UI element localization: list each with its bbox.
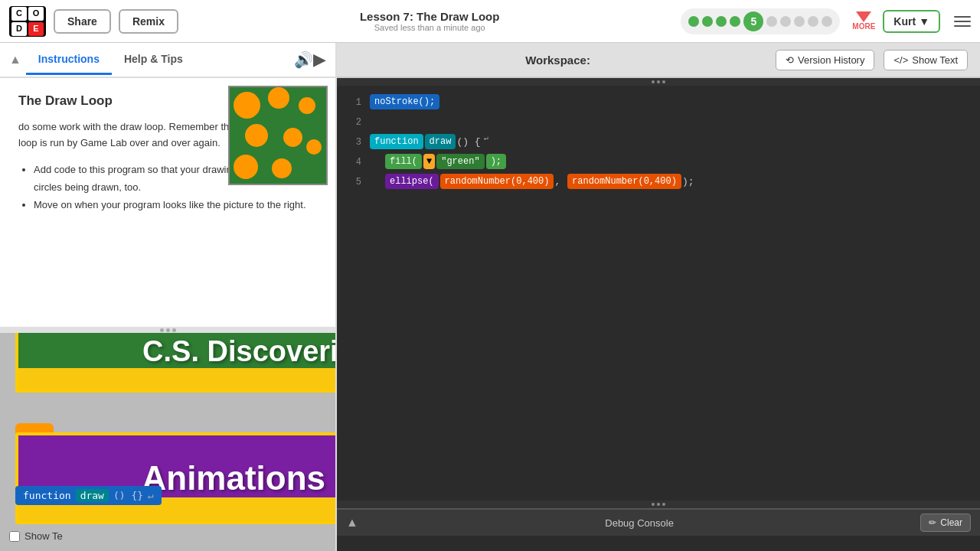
remix-button[interactable]: Remix (119, 9, 178, 34)
instructions-tabs: ▲ Instructions Help & Tips 🔊 ▶ (0, 43, 335, 78)
code-line-1: 1 noStroke(); (343, 93, 974, 112)
line-number-2: 2 (343, 113, 361, 132)
pencil-icon: ✏ (929, 517, 936, 528)
resize-handle-top[interactable] (337, 78, 980, 86)
user-name: Kurt (893, 15, 916, 28)
progress-area: 5 (681, 8, 840, 34)
scroll-dot (160, 328, 164, 332)
random-2-block[interactable]: randomNumber(0,400) (567, 174, 681, 189)
fill-block[interactable]: fill( (385, 154, 422, 169)
code-line-3: 3 function draw () { ↵ (343, 133, 974, 152)
share-button[interactable]: Share (54, 9, 111, 34)
comma: , (554, 173, 567, 191)
hamburger-menu[interactable] (954, 16, 971, 27)
workspace-header: Workspace: ⟲ Version History </> Show Te… (337, 43, 980, 78)
fill-value-block[interactable]: "green" (436, 154, 484, 169)
ellipse-block[interactable]: ellipse( (385, 174, 439, 189)
more-label: MORE (852, 22, 875, 31)
chevron-down-icon: ▼ (919, 15, 929, 28)
scroll-dots (160, 328, 176, 332)
more-button[interactable]: MORE (852, 11, 875, 31)
progress-dot-9 (808, 16, 818, 27)
lesson-title-area: Lesson 7: The Draw Loop Saved less than … (186, 10, 673, 32)
sound-button[interactable]: 🔊 (294, 51, 313, 69)
logo[interactable]: C O D E (9, 6, 46, 37)
lesson-saved: Saved less than a minute ago (186, 23, 673, 32)
ham-line-1 (954, 16, 971, 18)
show-text-button[interactable]: </> Show Text (884, 50, 968, 70)
function-keyword: function (23, 490, 71, 501)
random-1-block[interactable]: randomNumber(0,400) (440, 174, 554, 189)
example-image (228, 86, 328, 185)
draw-name-block[interactable]: draw (425, 134, 456, 149)
debug-console: ▲ Debug Console ✏ Clear (337, 508, 980, 551)
play-icon (28, 433, 44, 452)
tab-chevron-icon: ▲ (9, 53, 21, 67)
orange-circle (234, 92, 260, 119)
function-keyword-block[interactable]: function (370, 134, 423, 149)
logo-o: O (28, 7, 44, 21)
workspace-label: Workspace: (349, 54, 766, 67)
progress-dot-8 (794, 16, 805, 27)
clear-text: Clear (940, 517, 962, 528)
ham-line-3 (954, 25, 971, 27)
show-text-checkbox[interactable] (9, 531, 20, 542)
show-text-label: Show Te (24, 530, 63, 542)
play-overlay-button[interactable] (15, 423, 54, 461)
animations-card: Animations and Games (15, 432, 335, 524)
debug-content (337, 536, 980, 551)
tab-help[interactable]: Help & Tips (112, 45, 195, 75)
no-stroke-block[interactable]: noStroke(); (370, 94, 439, 109)
resize-handle-middle[interactable] (337, 500, 980, 508)
code-icon: </> (893, 54, 908, 66)
header: C O D E Share Remix Lesson 7: The Draw L… (0, 0, 980, 43)
resize-dot (652, 503, 655, 506)
debug-collapse-button[interactable]: ▲ (346, 516, 358, 530)
scroll-dot (172, 328, 176, 332)
empty-line-2 (369, 113, 375, 132)
logo-c: C (11, 7, 27, 21)
progress-dot-2 (702, 16, 713, 27)
orange-circle (283, 128, 302, 147)
fill-dropdown-icon[interactable]: ▼ (423, 154, 435, 169)
progress-dot-7 (780, 16, 791, 27)
line-number-1: 1 (343, 93, 361, 112)
resize-dot (657, 503, 660, 506)
progress-dot-3 (716, 16, 727, 27)
play-button-tab[interactable]: ▶ (313, 50, 326, 70)
code-line-4: 4 fill( ▼ "green" ); (343, 153, 974, 171)
resize-dot (657, 80, 660, 83)
user-button[interactable]: Kurt ▼ (883, 10, 940, 33)
orange-circle (272, 158, 292, 178)
arrow-icon: ↵ (148, 490, 154, 501)
resize-dots (652, 80, 665, 83)
line-number-5: 5 (343, 173, 361, 191)
debug-console-label: Debug Console (364, 517, 914, 529)
orange-circle (299, 97, 315, 114)
fill-close-block[interactable]: ); (486, 154, 506, 169)
tab-instructions[interactable]: Instructions (26, 45, 112, 75)
code-line-2: 2 (343, 113, 974, 132)
progress-dot-10 (822, 16, 832, 27)
main-content: ▲ Instructions Help & Tips 🔊 ▶ (0, 43, 980, 551)
version-history-text: Version History (798, 54, 864, 66)
version-history-button[interactable]: ⟲ Version History (776, 50, 874, 70)
logo-d: D (11, 22, 27, 36)
debug-header: ▲ Debug Console ✏ Clear (337, 508, 980, 536)
resize-dots (652, 503, 665, 506)
more-triangle-icon (856, 11, 871, 22)
clear-button[interactable]: ✏ Clear (920, 514, 971, 532)
orange-circle (234, 155, 258, 179)
resize-dot (662, 80, 665, 83)
anim-text: Animations and Games (142, 459, 335, 497)
left-panel: ▲ Instructions Help & Tips 🔊 ▶ (0, 43, 337, 551)
progress-number: 5 (743, 11, 763, 31)
draw-parens: () { (456, 133, 480, 152)
close-paren: ); (682, 173, 694, 191)
orange-circle (245, 124, 268, 147)
logo-e: E (28, 22, 44, 36)
show-text-checkbox-area: Show Te (9, 530, 63, 542)
instruction-item-2: Move on when your program looks like the… (34, 196, 317, 214)
cs-text: C.S. Discoveries (142, 335, 335, 368)
game-preview: Show Te Code.org C.S. Discoveries Animat… (0, 333, 335, 551)
